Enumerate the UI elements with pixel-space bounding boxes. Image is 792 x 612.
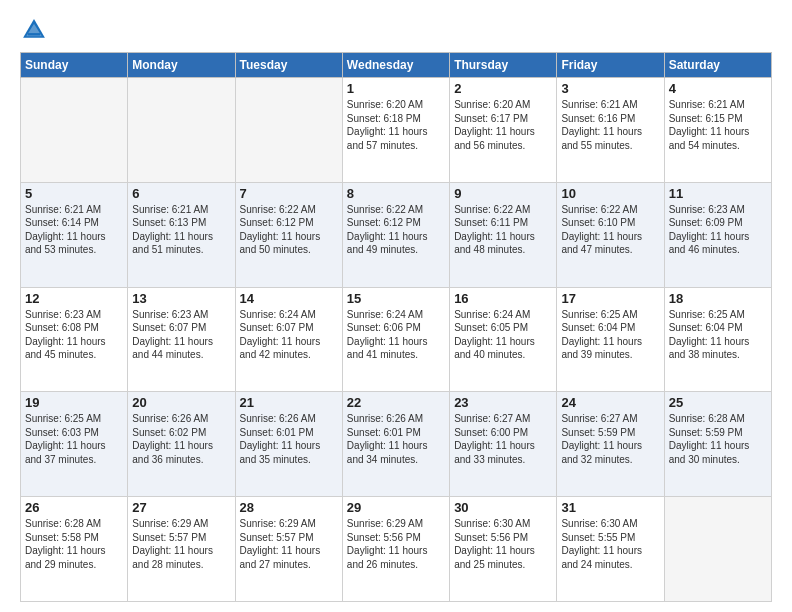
day-number: 29 — [347, 500, 445, 515]
day-number: 31 — [561, 500, 659, 515]
week-row-4: 19 Sunrise: 6:25 AMSunset: 6:03 PMDaylig… — [21, 392, 772, 497]
day-number: 24 — [561, 395, 659, 410]
day-cell: 14 Sunrise: 6:24 AMSunset: 6:07 PMDaylig… — [235, 287, 342, 392]
day-info: Sunrise: 6:29 AMSunset: 5:56 PMDaylight:… — [347, 517, 445, 571]
weekday-header-row: SundayMondayTuesdayWednesdayThursdayFrid… — [21, 53, 772, 78]
day-number: 16 — [454, 291, 552, 306]
day-cell: 29 Sunrise: 6:29 AMSunset: 5:56 PMDaylig… — [342, 497, 449, 602]
day-number: 23 — [454, 395, 552, 410]
day-cell: 24 Sunrise: 6:27 AMSunset: 5:59 PMDaylig… — [557, 392, 664, 497]
day-info: Sunrise: 6:21 AMSunset: 6:13 PMDaylight:… — [132, 203, 230, 257]
day-number: 9 — [454, 186, 552, 201]
day-cell: 1 Sunrise: 6:20 AMSunset: 6:18 PMDayligh… — [342, 78, 449, 183]
day-cell: 11 Sunrise: 6:23 AMSunset: 6:09 PMDaylig… — [664, 182, 771, 287]
day-number: 19 — [25, 395, 123, 410]
day-number: 4 — [669, 81, 767, 96]
day-info: Sunrise: 6:21 AMSunset: 6:14 PMDaylight:… — [25, 203, 123, 257]
day-number: 1 — [347, 81, 445, 96]
weekday-header-sunday: Sunday — [21, 53, 128, 78]
day-cell — [21, 78, 128, 183]
weekday-header-thursday: Thursday — [450, 53, 557, 78]
weekday-header-monday: Monday — [128, 53, 235, 78]
day-info: Sunrise: 6:24 AMSunset: 6:05 PMDaylight:… — [454, 308, 552, 362]
day-cell: 10 Sunrise: 6:22 AMSunset: 6:10 PMDaylig… — [557, 182, 664, 287]
day-cell: 4 Sunrise: 6:21 AMSunset: 6:15 PMDayligh… — [664, 78, 771, 183]
day-info: Sunrise: 6:20 AMSunset: 6:17 PMDaylight:… — [454, 98, 552, 152]
header — [20, 16, 772, 44]
svg-rect-2 — [28, 33, 40, 35]
day-cell: 27 Sunrise: 6:29 AMSunset: 5:57 PMDaylig… — [128, 497, 235, 602]
day-cell: 9 Sunrise: 6:22 AMSunset: 6:11 PMDayligh… — [450, 182, 557, 287]
day-number: 5 — [25, 186, 123, 201]
day-number: 26 — [25, 500, 123, 515]
day-cell: 16 Sunrise: 6:24 AMSunset: 6:05 PMDaylig… — [450, 287, 557, 392]
calendar: SundayMondayTuesdayWednesdayThursdayFrid… — [20, 52, 772, 602]
day-cell: 8 Sunrise: 6:22 AMSunset: 6:12 PMDayligh… — [342, 182, 449, 287]
day-cell: 2 Sunrise: 6:20 AMSunset: 6:17 PMDayligh… — [450, 78, 557, 183]
day-number: 21 — [240, 395, 338, 410]
day-cell: 18 Sunrise: 6:25 AMSunset: 6:04 PMDaylig… — [664, 287, 771, 392]
day-number: 15 — [347, 291, 445, 306]
day-info: Sunrise: 6:29 AMSunset: 5:57 PMDaylight:… — [132, 517, 230, 571]
day-info: Sunrise: 6:22 AMSunset: 6:10 PMDaylight:… — [561, 203, 659, 257]
day-info: Sunrise: 6:25 AMSunset: 6:03 PMDaylight:… — [25, 412, 123, 466]
day-number: 6 — [132, 186, 230, 201]
day-info: Sunrise: 6:27 AMSunset: 5:59 PMDaylight:… — [561, 412, 659, 466]
weekday-header-wednesday: Wednesday — [342, 53, 449, 78]
day-info: Sunrise: 6:22 AMSunset: 6:11 PMDaylight:… — [454, 203, 552, 257]
weekday-header-saturday: Saturday — [664, 53, 771, 78]
day-number: 14 — [240, 291, 338, 306]
day-number: 30 — [454, 500, 552, 515]
day-info: Sunrise: 6:28 AMSunset: 5:59 PMDaylight:… — [669, 412, 767, 466]
day-info: Sunrise: 6:26 AMSunset: 6:02 PMDaylight:… — [132, 412, 230, 466]
day-cell: 19 Sunrise: 6:25 AMSunset: 6:03 PMDaylig… — [21, 392, 128, 497]
day-number: 12 — [25, 291, 123, 306]
day-info: Sunrise: 6:23 AMSunset: 6:08 PMDaylight:… — [25, 308, 123, 362]
day-cell: 22 Sunrise: 6:26 AMSunset: 6:01 PMDaylig… — [342, 392, 449, 497]
day-cell: 31 Sunrise: 6:30 AMSunset: 5:55 PMDaylig… — [557, 497, 664, 602]
day-cell: 3 Sunrise: 6:21 AMSunset: 6:16 PMDayligh… — [557, 78, 664, 183]
day-number: 10 — [561, 186, 659, 201]
weekday-header-friday: Friday — [557, 53, 664, 78]
day-number: 13 — [132, 291, 230, 306]
day-info: Sunrise: 6:22 AMSunset: 6:12 PMDaylight:… — [347, 203, 445, 257]
day-number: 18 — [669, 291, 767, 306]
day-info: Sunrise: 6:26 AMSunset: 6:01 PMDaylight:… — [347, 412, 445, 466]
day-cell: 26 Sunrise: 6:28 AMSunset: 5:58 PMDaylig… — [21, 497, 128, 602]
logo-icon — [20, 16, 48, 44]
day-cell: 21 Sunrise: 6:26 AMSunset: 6:01 PMDaylig… — [235, 392, 342, 497]
logo — [20, 16, 52, 44]
day-number: 2 — [454, 81, 552, 96]
day-info: Sunrise: 6:30 AMSunset: 5:55 PMDaylight:… — [561, 517, 659, 571]
day-cell — [664, 497, 771, 602]
day-info: Sunrise: 6:25 AMSunset: 6:04 PMDaylight:… — [669, 308, 767, 362]
day-info: Sunrise: 6:26 AMSunset: 6:01 PMDaylight:… — [240, 412, 338, 466]
day-info: Sunrise: 6:21 AMSunset: 6:15 PMDaylight:… — [669, 98, 767, 152]
day-number: 3 — [561, 81, 659, 96]
day-info: Sunrise: 6:21 AMSunset: 6:16 PMDaylight:… — [561, 98, 659, 152]
day-cell — [128, 78, 235, 183]
day-cell: 5 Sunrise: 6:21 AMSunset: 6:14 PMDayligh… — [21, 182, 128, 287]
day-number: 25 — [669, 395, 767, 410]
day-info: Sunrise: 6:20 AMSunset: 6:18 PMDaylight:… — [347, 98, 445, 152]
day-number: 27 — [132, 500, 230, 515]
day-number: 20 — [132, 395, 230, 410]
day-cell: 17 Sunrise: 6:25 AMSunset: 6:04 PMDaylig… — [557, 287, 664, 392]
day-info: Sunrise: 6:25 AMSunset: 6:04 PMDaylight:… — [561, 308, 659, 362]
day-info: Sunrise: 6:29 AMSunset: 5:57 PMDaylight:… — [240, 517, 338, 571]
week-row-2: 5 Sunrise: 6:21 AMSunset: 6:14 PMDayligh… — [21, 182, 772, 287]
day-info: Sunrise: 6:30 AMSunset: 5:56 PMDaylight:… — [454, 517, 552, 571]
week-row-3: 12 Sunrise: 6:23 AMSunset: 6:08 PMDaylig… — [21, 287, 772, 392]
day-info: Sunrise: 6:24 AMSunset: 6:06 PMDaylight:… — [347, 308, 445, 362]
week-row-1: 1 Sunrise: 6:20 AMSunset: 6:18 PMDayligh… — [21, 78, 772, 183]
day-info: Sunrise: 6:23 AMSunset: 6:09 PMDaylight:… — [669, 203, 767, 257]
day-info: Sunrise: 6:28 AMSunset: 5:58 PMDaylight:… — [25, 517, 123, 571]
day-cell: 28 Sunrise: 6:29 AMSunset: 5:57 PMDaylig… — [235, 497, 342, 602]
week-row-5: 26 Sunrise: 6:28 AMSunset: 5:58 PMDaylig… — [21, 497, 772, 602]
day-cell: 25 Sunrise: 6:28 AMSunset: 5:59 PMDaylig… — [664, 392, 771, 497]
day-number: 28 — [240, 500, 338, 515]
day-info: Sunrise: 6:24 AMSunset: 6:07 PMDaylight:… — [240, 308, 338, 362]
day-cell: 13 Sunrise: 6:23 AMSunset: 6:07 PMDaylig… — [128, 287, 235, 392]
day-number: 8 — [347, 186, 445, 201]
day-number: 17 — [561, 291, 659, 306]
